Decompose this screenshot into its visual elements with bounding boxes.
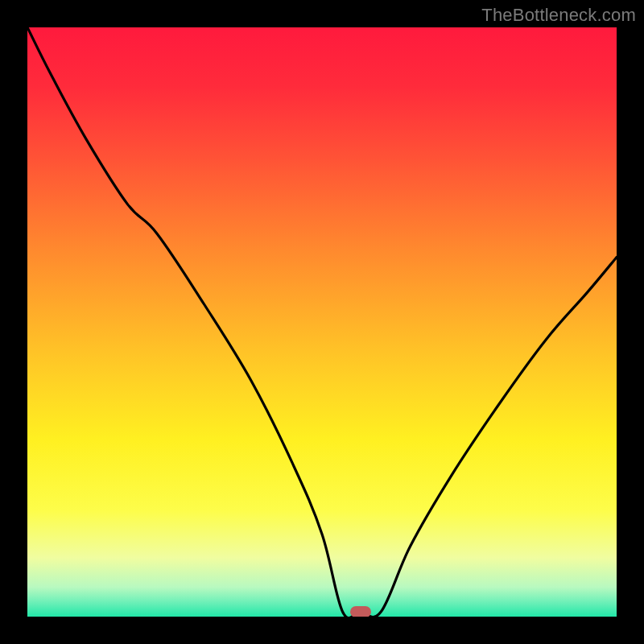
heat-gradient-background [27, 27, 617, 617]
watermark-text: TheBottleneck.com [481, 5, 636, 26]
optimal-point-marker [350, 606, 371, 617]
plot-area [27, 27, 617, 617]
chart-stage: TheBottleneck.com [0, 0, 644, 644]
svg-rect-0 [27, 27, 617, 617]
